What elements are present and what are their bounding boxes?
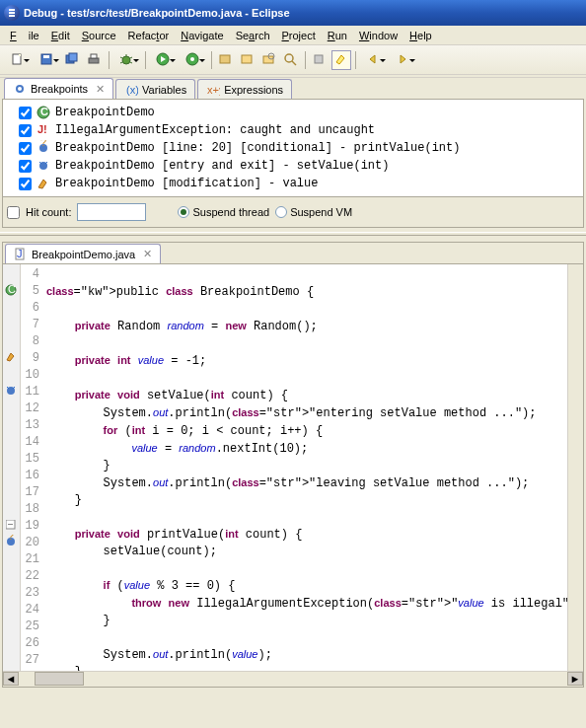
menu-window[interactable]: Window (353, 28, 403, 43)
new-button[interactable] (4, 50, 32, 70)
print-button[interactable] (85, 50, 105, 70)
svg-rect-5 (69, 53, 77, 61)
tab-variables[interactable]: (x) Variables (115, 79, 195, 99)
horizontal-scrollbar[interactable]: ◄ ► (3, 671, 583, 687)
save-button[interactable] (34, 50, 61, 70)
window-titlebar: Debug - test/src/test/BreakpointDemo.jav… (0, 0, 586, 26)
breakpoint-label: BreakpointDemo [line: 20] [conditional] … (55, 141, 460, 155)
menu-search[interactable]: Search (230, 28, 276, 43)
editor-container: J BreakpointDemo.java ✕ C ? 4 5 6 7 8 9 … (2, 242, 584, 688)
breakpoint-checkbox[interactable] (19, 178, 32, 190)
svg-rect-3 (43, 55, 49, 58)
svg-text:(x): (x) (126, 84, 138, 96)
svg-text:C: C (40, 106, 48, 117)
breakpoint-checkbox[interactable] (19, 107, 32, 119)
svg-point-8 (122, 56, 130, 64)
back-button[interactable] (360, 50, 388, 70)
code-area[interactable]: class="kw">public class BreakpointDemo {… (42, 264, 567, 671)
suspend-vm-radio[interactable]: Suspend VM (275, 206, 352, 218)
breakpoint-checkbox[interactable] (19, 124, 32, 137)
scroll-thumb[interactable] (35, 672, 84, 686)
breakpoints-icon (13, 82, 27, 96)
scroll-left-icon[interactable]: ◄ (3, 672, 19, 686)
svg-rect-7 (91, 54, 97, 58)
fold-icon[interactable] (4, 518, 18, 532)
exception-breakpoint-icon: J! (36, 122, 51, 138)
watchpoint-icon (36, 176, 51, 191)
svg-text:?: ? (8, 535, 14, 542)
hitcount-input[interactable] (77, 203, 146, 221)
debug-button[interactable] (113, 50, 141, 70)
breakpoint-row[interactable]: C BreakpointDemo (7, 104, 579, 121)
tab-expressions-label: Expressions (224, 84, 283, 96)
line-numbers: 4 5 6 7 8 9 10 11 12 13 14 15 16 17 18 1… (21, 264, 42, 671)
menu-run[interactable]: Run (322, 28, 353, 43)
breakpoint-row[interactable]: J! IllegalArgumentException: caught and … (7, 121, 579, 139)
forward-button[interactable] (390, 50, 417, 70)
toggle-highlight-button[interactable] (331, 50, 351, 70)
tab-breakpoints-label: Breakpoints (31, 83, 88, 95)
editor-tab-label: BreakpointDemo.java (32, 249, 135, 260)
eclipse-icon (4, 5, 20, 21)
tab-breakpoints[interactable]: Breakpoints ✕ (4, 78, 113, 99)
menu-refactor[interactable]: Refactor (122, 28, 176, 43)
close-icon[interactable]: ✕ (143, 248, 152, 260)
svg-text:C: C (8, 283, 16, 295)
search-button[interactable] (281, 50, 301, 70)
hitcount-label: Hit count: (26, 206, 71, 218)
breakpoints-panel: C BreakpointDemo J! IllegalArgumentExcep… (2, 99, 584, 197)
main-toolbar (0, 45, 586, 75)
method-breakpoint-icon (36, 158, 51, 174)
editor-gutter[interactable]: C ? (3, 264, 21, 671)
suspend-thread-label: Suspend thread (192, 206, 269, 218)
run-button[interactable] (150, 50, 178, 70)
breakpoint-controls: Hit count: Suspend thread Suspend VM (2, 197, 584, 228)
breakpoint-checkbox[interactable] (19, 142, 32, 155)
new-package-button[interactable] (216, 50, 236, 70)
breakpoint-label: BreakpointDemo [modification] - value (55, 177, 318, 190)
breakpoint-label: IllegalArgumentException: caught and unc… (55, 123, 375, 137)
open-type-button[interactable] (259, 50, 279, 70)
menu-project[interactable]: Project (276, 28, 322, 43)
class-breakpoint-icon[interactable]: C (4, 283, 18, 297)
watchpoint-icon[interactable] (4, 350, 18, 364)
menu-help[interactable]: Help (403, 28, 438, 43)
vertical-scrollbar[interactable] (567, 264, 583, 671)
svg-rect-17 (315, 55, 323, 63)
expressions-icon: x+y (206, 83, 220, 97)
svg-text:?: ? (40, 140, 46, 148)
editor-tab[interactable]: J BreakpointDemo.java ✕ (5, 244, 161, 263)
breakpoint-label: BreakpointDemo [entry and exit] - setVal… (55, 159, 389, 173)
svg-text:J: J (17, 248, 23, 259)
sash-divider[interactable] (0, 232, 586, 236)
breakpoint-row[interactable]: ? BreakpointDemo [line: 20] [conditional… (7, 139, 579, 157)
breakpoint-checkbox[interactable] (19, 160, 32, 173)
window-title: Debug - test/src/test/BreakpointDemo.jav… (24, 7, 290, 19)
scroll-right-icon[interactable]: ► (567, 672, 583, 686)
menu-navigate[interactable]: Navigate (175, 28, 229, 43)
run-last-button[interactable] (180, 50, 207, 70)
method-breakpoint-icon[interactable] (4, 384, 18, 398)
tab-variables-label: Variables (142, 84, 186, 96)
menu-source[interactable]: Source (76, 28, 122, 43)
toggle-mark-button[interactable] (310, 50, 330, 70)
editor-body: C ? 4 5 6 7 8 9 10 11 12 13 14 15 16 17 … (3, 264, 583, 671)
svg-rect-13 (242, 55, 252, 63)
svg-rect-6 (89, 58, 99, 63)
menu-edit[interactable]: Edit (45, 28, 76, 43)
svg-point-19 (18, 87, 22, 91)
close-icon[interactable]: ✕ (96, 83, 105, 96)
conditional-breakpoint-icon[interactable]: ? (4, 535, 18, 548)
menu-file[interactable]: File (4, 28, 45, 43)
svg-text:J!: J! (37, 123, 47, 135)
tab-expressions[interactable]: x+y Expressions (197, 79, 292, 99)
svg-point-11 (190, 57, 194, 61)
svg-rect-12 (220, 55, 230, 63)
breakpoint-row[interactable]: BreakpointDemo [modification] - value (7, 175, 579, 192)
suspend-thread-radio[interactable]: Suspend thread (178, 206, 269, 218)
breakpoint-row[interactable]: BreakpointDemo [entry and exit] - setVal… (7, 157, 579, 175)
java-file-icon: J (14, 248, 28, 261)
hitcount-checkbox[interactable] (7, 206, 20, 219)
save-all-button[interactable] (63, 50, 83, 70)
new-class-button[interactable] (238, 50, 257, 70)
